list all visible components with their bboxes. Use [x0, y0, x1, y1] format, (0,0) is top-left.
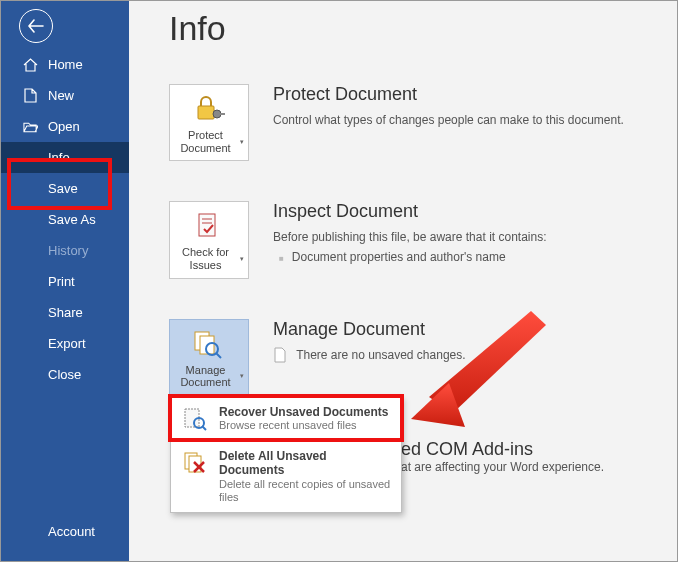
tile-label: Protect Document — [174, 129, 237, 154]
section-desc: Control what types of changes people can… — [273, 111, 624, 129]
manage-icon — [191, 328, 227, 360]
back-arrow-icon — [28, 19, 44, 33]
section-title: Protect Document — [273, 84, 624, 105]
blank-icon — [23, 305, 38, 320]
sidebar-label: Open — [48, 119, 80, 134]
sidebar-item-save-as[interactable]: Save As — [1, 204, 129, 235]
menu-item-recover-unsaved[interactable]: Recover Unsaved Documents Browse recent … — [171, 397, 401, 441]
chevron-down-icon: ▾ — [240, 138, 244, 146]
recover-icon — [181, 405, 209, 433]
document-icon — [273, 347, 287, 363]
sidebar-label: Info — [48, 150, 70, 165]
open-icon — [23, 119, 38, 134]
tile-check-for-issues[interactable]: Check for Issues▾ — [169, 201, 249, 278]
menu-item-sub: Browse recent unsaved files — [219, 419, 388, 432]
svg-line-12 — [202, 426, 206, 430]
menu-item-sub: Delete all recent copies of unsaved file… — [219, 478, 391, 504]
sidebar-item-print[interactable]: Print — [1, 266, 129, 297]
menu-item-delete-unsaved[interactable]: Delete All Unsaved Documents Delete all … — [171, 441, 401, 512]
inspect-icon — [191, 210, 227, 242]
sidebar-label: Close — [48, 367, 81, 382]
sidebar-label: Export — [48, 336, 86, 351]
manage-document-menu: Recover Unsaved Documents Browse recent … — [170, 396, 402, 513]
blank-icon — [23, 243, 38, 258]
svg-line-9 — [216, 353, 221, 358]
sidebar-label: Account — [48, 524, 95, 539]
sidebar-item-open[interactable]: Open — [1, 111, 129, 142]
section-manage: Manage Document▾ Manage Document There a… — [169, 319, 653, 396]
tile-manage-document[interactable]: Manage Document▾ — [169, 319, 249, 396]
addins-title-partial: ed COM Add-ins — [401, 439, 604, 460]
sidebar-label: Save — [48, 181, 78, 196]
addins-desc-partial: at are affecting your Word experience. — [401, 460, 604, 474]
tile-protect-document[interactable]: Protect Document▾ — [169, 84, 249, 161]
back-button[interactable] — [19, 9, 53, 43]
sidebar-label: Share — [48, 305, 83, 320]
sidebar-label: Print — [48, 274, 75, 289]
sidebar-label: New — [48, 88, 74, 103]
sidebar-label: Save As — [48, 212, 96, 227]
backstage-sidebar: Home New Open Info Save Save As History … — [1, 1, 129, 562]
sidebar-item-account[interactable]: Account — [1, 516, 129, 547]
blank-icon — [23, 367, 38, 382]
sidebar-label: History — [48, 243, 88, 258]
home-icon — [23, 57, 38, 72]
chevron-down-icon: ▾ — [240, 372, 244, 380]
menu-item-title: Delete All Unsaved Documents — [219, 449, 391, 478]
blank-icon — [23, 181, 38, 196]
sidebar-item-new[interactable]: New — [1, 80, 129, 111]
chevron-down-icon: ▾ — [240, 255, 244, 263]
new-icon — [23, 88, 38, 103]
sidebar-item-close[interactable]: Close — [1, 359, 129, 390]
blank-icon — [23, 336, 38, 351]
delete-icon — [181, 449, 209, 477]
section-protect: Protect Document▾ Protect Document Contr… — [169, 84, 653, 161]
sidebar-item-share[interactable]: Share — [1, 297, 129, 328]
sidebar-item-home[interactable]: Home — [1, 49, 129, 80]
sidebar-item-history: History — [1, 235, 129, 266]
blank-icon — [23, 150, 38, 165]
sidebar-item-save[interactable]: Save — [1, 173, 129, 204]
sidebar-label: Home — [48, 57, 83, 72]
tile-label: Manage Document — [174, 364, 237, 389]
sidebar-item-info[interactable]: Info — [1, 142, 129, 173]
section-desc: Before publishing this file, be aware th… — [273, 228, 547, 246]
menu-item-title: Recover Unsaved Documents — [219, 405, 388, 419]
sidebar-item-export[interactable]: Export — [1, 328, 129, 359]
blank-icon — [23, 524, 38, 539]
tile-label: Check for Issues — [174, 246, 237, 271]
svg-rect-0 — [198, 106, 214, 119]
svg-rect-2 — [219, 113, 225, 115]
section-title: Inspect Document — [273, 201, 547, 222]
section-inspect: Check for Issues▾ Inspect Document Befor… — [169, 201, 653, 278]
blank-icon — [23, 212, 38, 227]
page-title: Info — [169, 9, 653, 48]
blank-icon — [23, 274, 38, 289]
manage-status: There are no unsaved changes. — [296, 348, 465, 362]
section-title: Manage Document — [273, 319, 466, 340]
protect-icon — [191, 93, 227, 125]
inspect-bullet: Document properties and author's name — [279, 248, 547, 266]
